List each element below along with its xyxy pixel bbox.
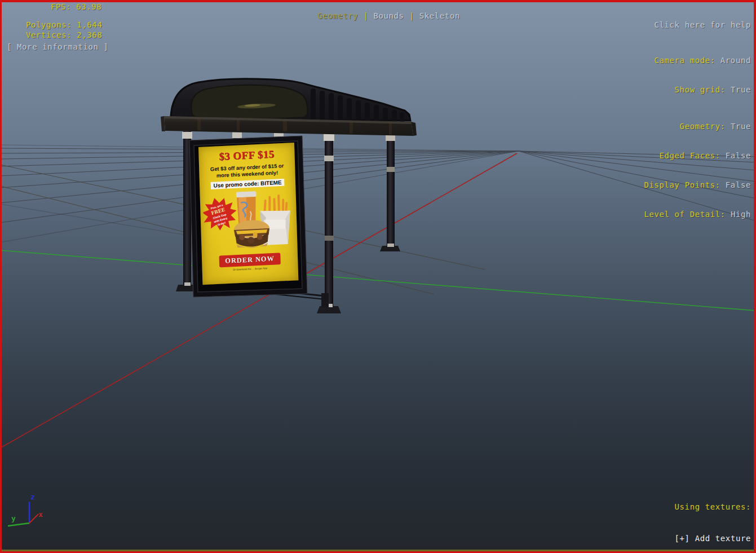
using-textures-label: Using textures: [608,502,751,511]
ground-axis-y-line [0,250,756,311]
geometry-label: Geometry: [680,122,726,131]
gizmo-y-axis [8,523,29,526]
level-of-detail-value: High [731,210,751,219]
more-information-button[interactable]: [ More information ] [7,42,109,51]
edged-faces-row: Edged Faces: False [644,151,751,160]
shelter-right-pole [317,133,341,313]
scene-canvas [0,0,756,553]
display-points-value: False [726,180,751,189]
poster-food-artwork: Plus, get a FREE Cluck Cup with Every Or… [202,187,295,256]
add-texture-button[interactable]: [+] Add texture [608,534,751,543]
advert-poster[interactable]: $3 OFF $15 Get $3 off any order of $15 o… [198,143,298,285]
render-mode-tabs: Geometry | Bounds | Skeleton [297,2,460,29]
camera-mode-label: Camera mode: [654,56,715,65]
axis-gizmo: z y x [5,489,55,533]
level-of-detail-row: Level of Detail: High [644,210,751,219]
gizmo-x-label: x [38,510,43,519]
poster-body-text: Get $3 off any order of $15 or more this… [205,162,290,180]
show-grid-row: Show grid: True [644,85,751,94]
model-viewer-viewport[interactable]: $3 OFF $15 Get $3 off any order of $15 o… [0,0,756,553]
poster-fine-print: Or download the ... Burger App [202,265,298,272]
shelter-roof [171,79,410,123]
polygons-count: Polygons: 1,644 [26,20,102,29]
ground-grid [0,145,756,294]
gizmo-x-axis [29,514,38,523]
viewer-settings-panel: Click here for help Camera mode: Around … [644,2,751,239]
camera-mode-value: Around [720,56,751,65]
help-link[interactable]: Click here for help [644,20,751,29]
textures-panel: Using textures: [+] Add texture prop_bus… [608,484,751,553]
display-points-label: Display Points: [644,180,720,189]
gizmo-z-label: z [30,493,35,501]
geometry-value: True [731,122,751,131]
gizmo-y-label: y [11,514,16,523]
edged-faces-label: Edged Faces: [659,151,720,160]
camera-mode-row: Camera mode: Around [644,56,751,65]
level-of-detail-label: Level of Detail: [644,210,725,219]
tab-separator: | [409,11,414,20]
edged-faces-value: False [726,151,751,160]
tab-geometry[interactable]: Geometry [317,11,358,20]
display-points-row: Display Points: False [644,180,751,189]
fps-counter: FPS: 63.98 [51,2,101,11]
show-grid-value: True [731,85,751,94]
poster-title: $3 OFF $15 [198,147,295,164]
geometry-row: Geometry: True [644,122,751,131]
tab-skeleton[interactable]: Skeleton [419,11,460,20]
vertices-count: Vertices: 2,368 [26,30,102,39]
bottom-olive-strip [0,550,756,551]
order-now-button[interactable]: ORDER NOW [219,253,281,267]
tab-bounds[interactable]: Bounds [373,11,404,20]
show-grid-label: Show grid: [675,85,726,94]
